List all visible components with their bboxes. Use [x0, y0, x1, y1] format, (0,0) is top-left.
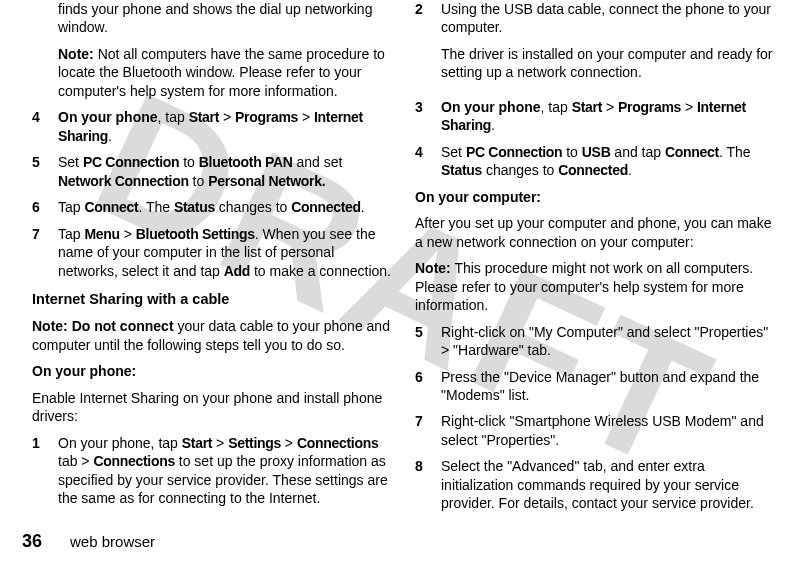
step-body: Tap Menu > Bluetooth Settings. When you …	[58, 225, 395, 280]
page-number: 36	[22, 531, 42, 552]
step-body: Select the "Advanced" tab, and enter ext…	[441, 457, 778, 512]
on-your-computer-heading: On your computer:	[415, 188, 778, 206]
step-body: Press the "Device Manager" button and ex…	[441, 368, 778, 405]
step-6: 6 Tap Connect. The Status changes to Con…	[32, 198, 395, 216]
step-body: Using the USB data cable, connect the ph…	[441, 0, 778, 90]
bluetooth-pan: Bluetooth PAN	[199, 154, 293, 170]
note-label: Note: Do not connect	[32, 318, 174, 334]
step-8r: 8 Select the "Advanced" tab, and enter e…	[415, 457, 778, 512]
pc-connection: PC Connection	[83, 154, 179, 170]
t: The driver is installed on your computer…	[441, 45, 778, 82]
connected: Connected	[291, 199, 361, 215]
step-body: On your phone, tap Start > Settings > Co…	[58, 434, 395, 508]
step-body: On your phone, tap Start > Programs > In…	[441, 98, 778, 135]
connect: Connect	[665, 144, 719, 160]
t: tab >	[58, 453, 93, 469]
step-body: Right-click on "My Computer" and select …	[441, 323, 778, 360]
step-6r: 6 Press the "Device Manager" button and …	[415, 368, 778, 405]
t: Tap	[58, 199, 84, 215]
t: and set	[293, 154, 343, 170]
gt: >	[281, 435, 297, 451]
step-num: 2	[415, 0, 441, 90]
note-body: This procedure might not work on all com…	[415, 260, 753, 313]
programs: Programs	[618, 99, 681, 115]
step-body: On your phone, tap Start > Programs > In…	[58, 108, 395, 145]
step-body: Right-click "Smartphone Wireless USB Mod…	[441, 412, 778, 449]
t: Set	[58, 154, 83, 170]
left-column: finds your phone and shows the dial up n…	[22, 0, 405, 520]
step-4: 4 On your phone, tap Start > Programs > …	[32, 108, 395, 145]
heading-cable: Internet Sharing with a cable	[32, 290, 395, 309]
settings: Settings	[228, 435, 281, 451]
end: .	[361, 199, 365, 215]
step-body: Set PC Connection to Bluetooth PAN and s…	[58, 153, 395, 190]
step-2: 2 Using the USB data cable, connect the …	[415, 0, 778, 90]
note-procedure: Note: This procedure might not work on a…	[415, 259, 778, 314]
page-section-title: web browser	[70, 533, 155, 550]
step-7: 7 Tap Menu > Bluetooth Settings. When yo…	[32, 225, 395, 280]
step-body: Tap Connect. The Status changes to Conne…	[58, 198, 395, 216]
step-num: 6	[32, 198, 58, 216]
step-num: 4	[415, 143, 441, 180]
t: On your phone, tap	[58, 435, 182, 451]
status: Status	[441, 162, 482, 178]
step-num: 3	[415, 98, 441, 135]
connections: Connections	[297, 435, 378, 451]
add: Add	[224, 263, 250, 279]
t: , tap	[158, 109, 189, 125]
note-label: Note:	[415, 260, 451, 276]
end: .	[491, 117, 495, 133]
step-num: 5	[32, 153, 58, 190]
t: Set	[441, 144, 466, 160]
gt: >	[602, 99, 618, 115]
gt: >	[219, 109, 235, 125]
step-num: 7	[415, 412, 441, 449]
step-num: 6	[415, 368, 441, 405]
page-content: finds your phone and shows the dial up n…	[0, 0, 810, 520]
page-footer: 36 web browser	[22, 531, 155, 552]
t: changes to	[482, 162, 558, 178]
step-1: 1 On your phone, tap Start > Settings > …	[32, 434, 395, 508]
network-connection: Network Connection	[58, 173, 189, 189]
connected: Connected	[558, 162, 628, 178]
lead: On your phone	[58, 109, 158, 125]
step-num: 7	[32, 225, 58, 280]
menu: Menu	[84, 226, 119, 242]
step-3: 3 On your phone, tap Start > Programs > …	[415, 98, 778, 135]
right-column: 2 Using the USB data cable, connect the …	[405, 0, 788, 520]
gt: >	[681, 99, 697, 115]
connect: Connect	[84, 199, 138, 215]
start: Start	[572, 99, 602, 115]
programs: Programs	[235, 109, 298, 125]
t: to make a connection.	[250, 263, 391, 279]
step-num: 8	[415, 457, 441, 512]
step-5: 5 Set PC Connection to Bluetooth PAN and…	[32, 153, 395, 190]
t: , tap	[541, 99, 572, 115]
usb: USB	[582, 144, 611, 160]
t: . The	[138, 199, 174, 215]
end: .	[108, 128, 112, 144]
pc-connection: PC Connection	[466, 144, 562, 160]
t: to	[179, 154, 198, 170]
after-text: After you set up your computer and phone…	[415, 214, 778, 251]
t: changes to	[215, 199, 291, 215]
enable-text: Enable Internet Sharing on your phone an…	[32, 389, 395, 426]
gt: >	[212, 435, 228, 451]
step-7r: 7 Right-click "Smartphone Wireless USB M…	[415, 412, 778, 449]
status: Status	[174, 199, 215, 215]
note-body: Not all computers have the same procedur…	[58, 46, 385, 99]
connections2: Connections	[93, 453, 174, 469]
gt: >	[298, 109, 314, 125]
t: Using the USB data cable, connect the ph…	[441, 0, 778, 37]
step-4r: 4 Set PC Connection to USB and tap Conne…	[415, 143, 778, 180]
note-bluetooth: Note: Not all computers have the same pr…	[58, 45, 395, 100]
note-label: Note:	[58, 46, 94, 62]
on-your-phone-heading: On your phone:	[32, 362, 395, 380]
t: and tap	[610, 144, 665, 160]
bluetooth-settings: Bluetooth Settings	[136, 226, 255, 242]
t: Tap	[58, 226, 84, 242]
step-num: 5	[415, 323, 441, 360]
start: Start	[189, 109, 219, 125]
lead: On your phone	[441, 99, 541, 115]
t: . The	[719, 144, 751, 160]
